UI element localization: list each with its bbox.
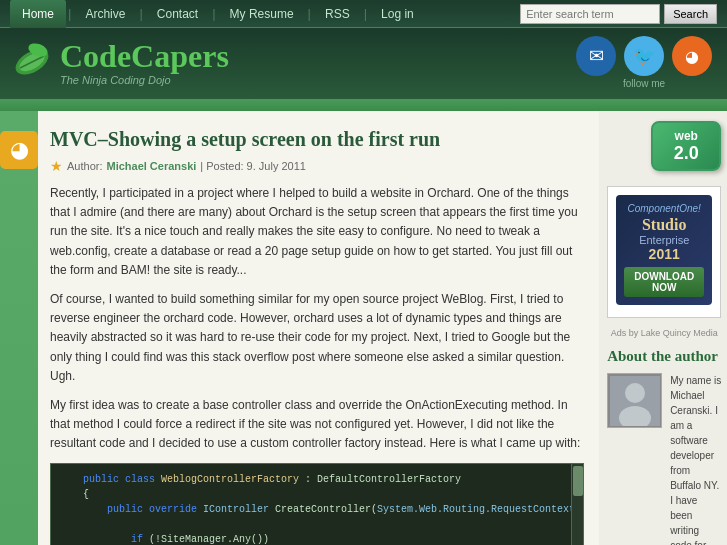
logo-text-group: CodeCapers The Ninja Coding Dojo	[60, 40, 229, 86]
avatar-image	[610, 376, 660, 426]
web20-web: web	[675, 129, 698, 143]
social-icons: ✉ 🐦 ◕ follow me	[576, 36, 712, 89]
logo-tagline: The Ninja Coding Dojo	[60, 74, 229, 86]
web20-badge: web 2.0	[651, 121, 721, 171]
nav-sep-1: |	[66, 6, 73, 21]
nav-sep-3: |	[210, 6, 217, 21]
code-line-3: public override IController CreateContro…	[59, 502, 575, 517]
meta-author-label: Author:	[67, 160, 102, 172]
star-icon: ★	[50, 158, 63, 174]
author-avatar	[607, 373, 662, 428]
search-input[interactable]	[520, 4, 660, 24]
site-logo: CodeCapers	[60, 40, 229, 72]
main-wrapper: ◕ MVC–Showing a setup screen on the firs…	[0, 111, 727, 545]
author-content: My name is Michael Ceranski. I am a soft…	[607, 373, 721, 545]
ad-block: ComponentOne! Studio Enterprise 2011 DOW…	[607, 186, 721, 318]
right-sidebar: web 2.0 ComponentOne! Studio Enterprise …	[599, 111, 727, 545]
nav-sep-2: |	[137, 6, 144, 21]
meta-author-name[interactable]: Michael Ceranski	[106, 160, 196, 172]
code-line-4	[59, 517, 575, 532]
article-para-2: Of course, I wanted to build something s…	[50, 290, 584, 386]
code-line-2: {	[59, 487, 575, 502]
content-area: MVC–Showing a setup screen on the first …	[38, 111, 599, 545]
studio-ad: ComponentOne! Studio Enterprise 2011 DOW…	[616, 195, 712, 305]
author-bio: My name is Michael Ceranski. I am a soft…	[670, 373, 721, 545]
logo-code: Code	[60, 38, 131, 74]
nav-archive[interactable]: Archive	[73, 0, 137, 28]
studio-title: Studio	[624, 216, 704, 234]
component-one-label: ComponentOne!	[624, 203, 704, 214]
studio-download-button[interactable]: DOWNLOAD NOW	[624, 267, 704, 297]
rss-badge-icon[interactable]: ◕	[0, 131, 38, 169]
web20-two: 2.0	[674, 143, 699, 164]
logo-area: CodeCapers The Ninja Coding Dojo	[10, 40, 229, 86]
nav-sep-4: |	[306, 6, 313, 21]
studio-sub: Enterprise	[624, 234, 704, 246]
article-title: MVC–Showing a setup screen on the first …	[50, 126, 584, 152]
email-icon[interactable]: ✉	[576, 36, 616, 76]
meta-date: | Posted: 9. July 2011	[200, 160, 306, 172]
logo-leaf-icon	[10, 40, 55, 85]
search-area: Search	[520, 4, 717, 24]
nav-home[interactable]: Home	[10, 0, 66, 28]
article-body: Recently, I participated in a project wh…	[50, 184, 584, 453]
code-block[interactable]: public class WeblogControllerFactory : D…	[50, 463, 584, 545]
nav-sep-5: |	[362, 6, 369, 21]
about-author-section: About the author My name is Michael Cera…	[607, 348, 721, 545]
green-strip	[0, 99, 727, 111]
twitter-icon[interactable]: 🐦	[624, 36, 664, 76]
code-scrollbar-thumb[interactable]	[573, 466, 583, 496]
search-button[interactable]: Search	[664, 4, 717, 24]
code-scrollbar[interactable]	[571, 464, 583, 545]
nav-login[interactable]: Log in	[369, 0, 426, 28]
nav-resume[interactable]: My Resume	[218, 0, 306, 28]
article-meta: ★ Author: Michael Ceranski | Posted: 9. …	[50, 158, 584, 174]
about-author-title: About the author	[607, 348, 721, 365]
follow-me-label: follow me	[623, 78, 665, 89]
ad-attribution: Ads by Lake Quincy Media	[607, 328, 721, 338]
nav-rss[interactable]: RSS	[313, 0, 362, 28]
logo-capers: Capers	[131, 38, 229, 74]
rss-icon[interactable]: ◕	[672, 36, 712, 76]
nav-bar: Home | Archive | Contact | My Resume | R…	[0, 0, 727, 28]
brand-area: CodeCapers The Ninja Coding Dojo ✉ 🐦 ◕ f…	[0, 28, 727, 99]
studio-year: 2011	[624, 246, 704, 262]
code-line-1: public class WeblogControllerFactory : D…	[59, 472, 575, 487]
svg-point-5	[625, 383, 645, 403]
article-para-1: Recently, I participated in a project wh…	[50, 184, 584, 280]
article-para-3: My first idea was to create a base contr…	[50, 396, 584, 454]
nav-contact[interactable]: Contact	[145, 0, 210, 28]
left-sidebar: ◕	[0, 111, 38, 545]
code-line-5: if (!SiteManager.Any())	[59, 532, 575, 545]
